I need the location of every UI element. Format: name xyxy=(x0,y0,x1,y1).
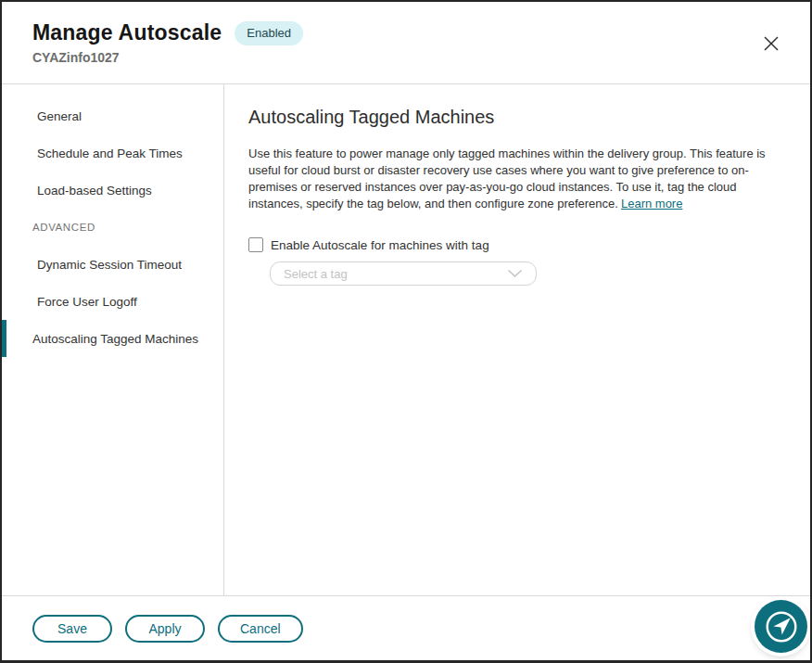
feature-description-text: Use this feature to power manage only ta… xyxy=(248,147,766,210)
feature-description: Use this feature to power manage only ta… xyxy=(248,146,786,212)
enable-autoscale-row: Enable Autoscale for machines with tag xyxy=(248,237,786,252)
sidebar-item-autoscaling-tagged-machines[interactable]: Autoscaling Tagged Machines xyxy=(2,320,223,357)
dialog-footer: Save Apply Cancel xyxy=(2,595,810,660)
delivery-group-name: CYAZinfo1027 xyxy=(32,50,782,65)
feedback-send-button[interactable] xyxy=(755,600,807,653)
sidebar-item-general[interactable]: General xyxy=(2,97,223,134)
dialog-body: General Schedule and Peak Times Load-bas… xyxy=(2,84,810,595)
enable-autoscale-checkbox[interactable] xyxy=(248,237,263,252)
save-button[interactable]: Save xyxy=(32,615,112,643)
tag-select-dropdown: Select a tag xyxy=(270,261,537,286)
enable-autoscale-label[interactable]: Enable Autoscale for machines with tag xyxy=(271,238,489,252)
settings-sidebar: General Schedule and Peak Times Load-bas… xyxy=(2,84,224,595)
status-badge: Enabled xyxy=(235,21,303,45)
chevron-down-icon xyxy=(507,269,523,278)
title-row: Manage Autoscale Enabled xyxy=(32,20,782,45)
tag-select-placeholder: Select a tag xyxy=(284,267,507,281)
autoscaling-tagged-machines-panel: Autoscaling Tagged Machines Use this fea… xyxy=(224,84,810,595)
sidebar-item-dynamic-session-timeout[interactable]: Dynamic Session Timeout xyxy=(2,246,223,283)
sidebar-section-advanced: ADVANCED xyxy=(2,209,223,246)
close-icon[interactable] xyxy=(760,32,782,55)
send-paper-plane-icon xyxy=(761,606,802,647)
cancel-button[interactable]: Cancel xyxy=(218,615,303,643)
sidebar-item-schedule-and-peak-times[interactable]: Schedule and Peak Times xyxy=(2,134,223,172)
dialog-title: Manage Autoscale xyxy=(32,20,222,45)
sidebar-item-load-based-settings[interactable]: Load-based Settings xyxy=(2,172,223,209)
page-title: Autoscaling Tagged Machines xyxy=(248,107,786,128)
learn-more-link[interactable]: Learn more xyxy=(621,197,682,210)
manage-autoscale-dialog: Manage Autoscale Enabled CYAZinfo1027 Ge… xyxy=(0,0,812,663)
apply-button[interactable]: Apply xyxy=(125,615,205,643)
dialog-header: Manage Autoscale Enabled CYAZinfo1027 xyxy=(2,2,810,84)
sidebar-item-force-user-logoff[interactable]: Force User Logoff xyxy=(2,283,223,320)
